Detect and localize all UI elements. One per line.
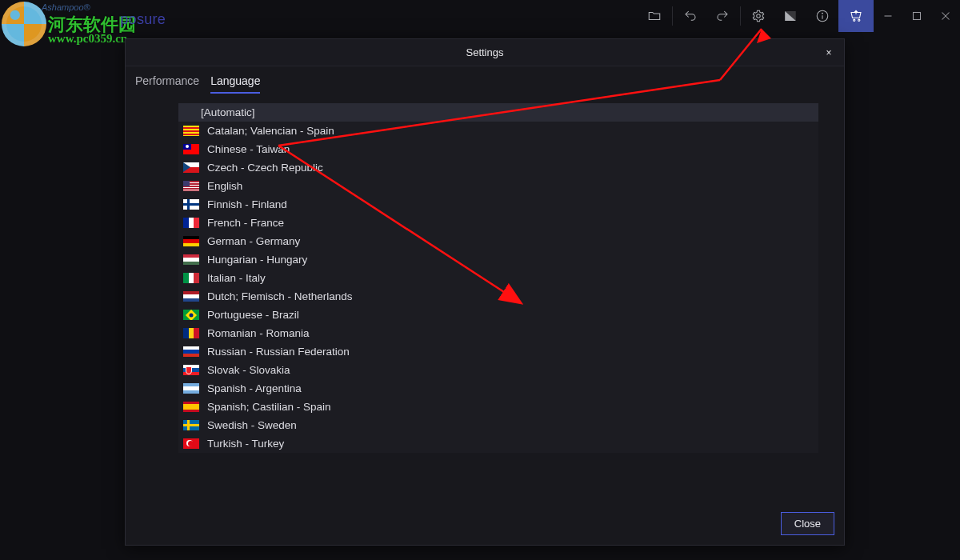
language-label: Romanian - Romania — [207, 327, 310, 339]
language-label: Portuguese - Brazil — [207, 309, 299, 321]
minimize-icon — [881, 9, 895, 23]
language-item[interactable]: Slovak - Slovakia — [178, 361, 818, 379]
language-label: Spanish - Argentina — [207, 382, 302, 394]
window-close-button[interactable] — [931, 0, 960, 32]
close-icon — [938, 9, 953, 23]
language-list: [Automatic] Catalan; Valencian - SpainCh… — [178, 103, 818, 453]
redo-button[interactable] — [706, 0, 738, 32]
language-item[interactable]: Turkish - Turkey — [178, 434, 818, 453]
open-folder-button[interactable] — [638, 0, 670, 32]
language-label: Spanish; Castilian - Spain — [207, 401, 331, 413]
language-item[interactable]: Dutch; Flemisch - Netherlands — [178, 287, 818, 306]
gear-icon — [751, 9, 766, 23]
flag-icon — [183, 383, 199, 394]
language-item[interactable]: German - Germany — [178, 232, 818, 250]
language-label: Italian - Italy — [207, 272, 266, 284]
flag-icon — [183, 365, 199, 375]
settings-dialog: Settings × Performance Language [Automat… — [125, 38, 845, 546]
dialog-header: Settings × — [126, 39, 844, 66]
folder-icon — [647, 9, 662, 23]
redo-icon — [715, 9, 730, 23]
flag-icon — [183, 438, 199, 449]
language-item[interactable]: Hungarian - Hungary — [178, 250, 818, 269]
undo-button[interactable] — [674, 0, 706, 32]
dialog-footer: Close — [126, 502, 844, 545]
tab-performance[interactable]: Performance — [135, 74, 199, 94]
flag-icon — [183, 144, 199, 154]
settings-button[interactable] — [742, 0, 774, 32]
language-label: Finnish - Finland — [207, 198, 287, 210]
language-item[interactable]: Romanian - Romania — [178, 324, 818, 342]
language-label: Russian - Russian Federation — [207, 346, 350, 358]
cart-icon — [849, 9, 863, 23]
flag-icon — [183, 199, 199, 210]
dialog-title: Settings — [466, 46, 504, 58]
language-item[interactable]: Russian - Russian Federation — [178, 342, 818, 361]
svg-point-3 — [822, 13, 823, 14]
cart-button[interactable] — [838, 0, 874, 32]
flag-icon — [183, 291, 199, 302]
flag-icon — [183, 126, 199, 136]
toolbar-separator — [672, 6, 673, 26]
product-title: xxxxxxxxxxxposure — [38, 11, 166, 28]
language-item[interactable]: Chinese - Taiwan — [178, 140, 818, 158]
info-icon — [815, 9, 830, 23]
info-button[interactable] — [806, 0, 838, 32]
flag-icon — [183, 346, 199, 357]
flag-icon — [183, 236, 199, 246]
language-item[interactable]: French - France — [178, 214, 818, 232]
language-item[interactable]: Finnish - Finland — [178, 195, 818, 214]
close-button[interactable]: Close — [781, 512, 834, 535]
flag-icon — [183, 254, 199, 265]
svg-point-4 — [854, 19, 855, 21]
svg-point-0 — [757, 14, 761, 18]
language-item[interactable]: Italian - Italy — [178, 269, 818, 287]
language-item[interactable]: Spanish; Castilian - Spain — [178, 398, 818, 416]
language-label: [Automatic] — [201, 106, 255, 118]
dialog-close-x[interactable]: × — [822, 46, 836, 60]
language-item[interactable]: Czech - Czech Republic — [178, 158, 818, 177]
language-item[interactable]: Spanish - Argentina — [178, 379, 818, 398]
flag-icon — [183, 218, 199, 228]
undo-icon — [683, 9, 698, 23]
language-label: French - France — [207, 217, 284, 229]
flag-icon — [183, 310, 199, 320]
language-automatic[interactable]: [Automatic] — [178, 103, 818, 122]
flag-icon — [183, 273, 199, 283]
language-label: Swedish - Sweden — [207, 419, 297, 431]
svg-point-5 — [858, 19, 860, 21]
language-label: Turkish - Turkey — [207, 438, 284, 450]
language-label: Catalan; Valencian - Spain — [207, 125, 334, 137]
language-item[interactable]: Catalan; Valencian - Spain — [178, 122, 818, 140]
flag-icon — [183, 420, 199, 430]
language-label: Slovak - Slovakia — [207, 364, 290, 376]
language-label: Czech - Czech Republic — [207, 162, 323, 174]
language-label: Hungarian - Hungary — [207, 254, 307, 266]
flag-icon — [183, 181, 199, 191]
language-label: Chinese - Taiwan — [207, 143, 290, 155]
language-label: Dutch; Flemisch - Netherlands — [207, 290, 353, 302]
language-item[interactable]: Portuguese - Brazil — [178, 306, 818, 324]
site-url: www.pc0359.cn — [48, 32, 127, 46]
dialog-tabs: Performance Language — [126, 66, 844, 94]
svg-rect-7 — [914, 13, 921, 20]
flag-icon — [183, 328, 199, 338]
compare-button[interactable] — [774, 0, 806, 32]
compare-icon — [783, 9, 798, 23]
maximize-icon — [910, 9, 924, 23]
maximize-button[interactable] — [902, 0, 931, 32]
language-label: English — [207, 180, 242, 192]
language-item[interactable]: Swedish - Sweden — [178, 416, 818, 434]
toolbar-separator — [740, 6, 741, 26]
minimize-button[interactable] — [874, 0, 902, 32]
flag-icon — [183, 162, 199, 173]
tab-language[interactable]: Language — [210, 74, 260, 94]
app-toolbar — [638, 0, 960, 32]
flag-icon — [183, 402, 199, 412]
language-label: German - Germany — [207, 235, 300, 247]
language-item[interactable]: English — [178, 177, 818, 195]
